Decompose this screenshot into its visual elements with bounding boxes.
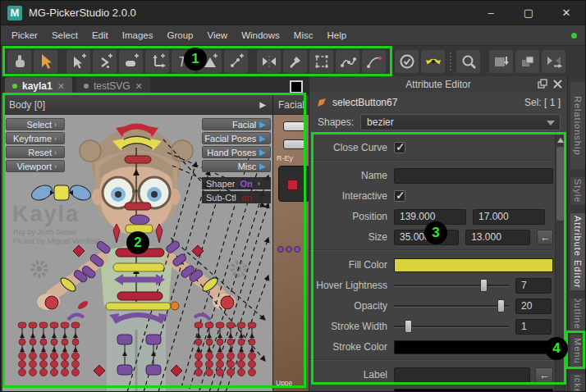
slider-handle[interactable]	[497, 299, 505, 312]
position-y-input[interactable]: 17.000	[473, 209, 545, 225]
shaper-toggle[interactable]: ShaperOn›	[202, 177, 271, 189]
add-move-tool[interactable]	[145, 50, 169, 73]
spine-low-button[interactable]	[117, 292, 163, 300]
scrollbar-up-icon[interactable]	[556, 134, 565, 145]
neck-button[interactable]	[130, 215, 149, 225]
add-chevron-tool[interactable]	[93, 50, 117, 73]
display-toggle-button[interactable]	[290, 80, 303, 93]
add-pill-tool[interactable]	[119, 50, 143, 73]
mirror-copy-tool[interactable]	[542, 50, 565, 73]
menu-select[interactable]: Select	[52, 30, 78, 40]
close-panel-icon[interactable]	[553, 80, 562, 89]
side-tab-picker[interactable]: Picker	[570, 373, 586, 392]
size-width-input[interactable]: 35.000	[394, 230, 459, 245]
facial-picker-button[interactable]	[283, 121, 305, 131]
label-input[interactable]	[394, 367, 530, 383]
subctl-toggle[interactable]: Sub-Ctlon	[202, 191, 271, 203]
attribute-scrollbar[interactable]	[555, 134, 565, 391]
reset-menu-button[interactable]: Reset›	[6, 146, 65, 158]
add-text-tool[interactable]: T	[172, 50, 195, 73]
stroke-color-swatch[interactable]	[394, 340, 553, 354]
swap-arrows-tool[interactable]	[421, 50, 445, 73]
check-circle-tool[interactable]	[395, 50, 419, 73]
select-arrow-tool[interactable]	[34, 50, 57, 73]
menu-misc[interactable]: Misc	[294, 30, 314, 40]
menu-group[interactable]: Group	[167, 30, 193, 40]
tab-close-icon[interactable]: ✕	[57, 81, 65, 92]
tab-close-icon[interactable]: ✕	[135, 81, 143, 92]
revert-label-button[interactable]: ←	[535, 367, 553, 383]
facial-picker-button[interactable]	[283, 139, 305, 149]
tab-testsvg[interactable]: testSVG ✕	[76, 77, 150, 95]
facial-view-button[interactable]: Facial▶	[202, 118, 271, 130]
side-tab-attribute-editor[interactable]: Attribute Editor	[570, 212, 586, 291]
minimize-button[interactable]: –	[472, 1, 510, 25]
label-color-swatch[interactable]	[394, 389, 553, 392]
keyframe-menu-button[interactable]: Keyframe›	[6, 132, 65, 144]
menu-help[interactable]: Help	[327, 30, 346, 40]
fill-color-swatch[interactable]	[394, 258, 553, 272]
menu-images[interactable]: Images	[122, 30, 153, 40]
chest-button[interactable]	[116, 248, 164, 257]
opacity-input[interactable]: 20	[515, 299, 552, 314]
facial-poses-button[interactable]: Facial Poses▶	[202, 132, 271, 144]
menu-edit[interactable]: Edit	[92, 30, 108, 40]
spine-mid-button[interactable]	[113, 263, 164, 271]
picker-panel-header[interactable]: Body [0] ▶	[2, 95, 272, 115]
stroke-width-slider[interactable]	[394, 319, 509, 334]
stroke-width-input[interactable]: 1	[515, 319, 552, 335]
add-select-tool[interactable]	[66, 50, 90, 73]
slider-handle[interactable]	[405, 320, 412, 333]
revert-size-button[interactable]: ←	[537, 230, 553, 245]
tab-kayla1[interactable]: kayla1 ✕	[5, 77, 72, 95]
add-triangle-tool[interactable]	[198, 50, 222, 73]
import-image-tool[interactable]	[489, 50, 513, 73]
viewport-menu-button[interactable]: Viewport›	[6, 160, 65, 172]
opacity-slider[interactable]	[394, 299, 509, 313]
bezier-tool[interactable]	[362, 50, 386, 73]
eye-selector-widget[interactable]	[30, 183, 93, 203]
curve-tool[interactable]	[336, 50, 359, 73]
hover-lightness-slider[interactable]	[394, 278, 509, 293]
chin-button[interactable]	[125, 203, 151, 210]
subctl-state[interactable]: on	[241, 193, 252, 203]
facial-panel-header[interactable]: Facial	[273, 95, 309, 115]
eye-control-box[interactable]	[278, 166, 309, 202]
position-x-input[interactable]: 139.000	[394, 209, 466, 225]
hand-pointer-tool[interactable]	[7, 50, 31, 73]
marquee-select-tool[interactable]	[309, 50, 333, 73]
left-finger-grid[interactable]	[18, 322, 80, 376]
hover-lightness-input[interactable]: 7	[515, 278, 552, 294]
float-panel-icon[interactable]	[538, 79, 547, 89]
panel-expand-icon[interactable]: ▶	[259, 100, 266, 109]
menu-windows[interactable]: Windows	[241, 30, 280, 40]
forehead-button[interactable]	[125, 156, 151, 163]
side-tab-menu[interactable]: Menu	[570, 334, 586, 368]
name-input[interactable]	[394, 168, 553, 184]
menu-picker[interactable]: Picker	[11, 30, 38, 40]
facial-canvas[interactable]: R-Ey Uppe	[273, 115, 309, 392]
select-menu-button[interactable]: Select›	[6, 118, 65, 130]
chest-upper-button[interactable]	[126, 225, 153, 233]
close-curve-checkbox[interactable]	[394, 142, 405, 153]
slider-handle[interactable]	[480, 279, 488, 292]
mirror-horizontal-tool[interactable]	[257, 50, 281, 73]
scrollbar-handle[interactable]	[556, 147, 564, 221]
misc-button[interactable]: Misc▶	[202, 160, 271, 172]
add-dots-tool[interactable]	[224, 50, 248, 73]
side-tab-style[interactable]: Style	[570, 176, 586, 206]
hip-offset-button[interactable]	[171, 302, 179, 310]
picker-canvas[interactable]: Kayla Rig by Josh Sobel Picker by Miguel…	[2, 115, 272, 392]
hips-button[interactable]	[106, 303, 171, 310]
side-tab-outliner[interactable]: Outliner	[570, 298, 586, 330]
menu-view[interactable]: View	[207, 30, 227, 40]
eye-control-button[interactable]	[287, 180, 298, 190]
interactive-checkbox[interactable]	[394, 190, 405, 202]
size-height-input[interactable]: 13.000	[465, 230, 530, 245]
side-tab-relationship[interactable]: Relationship	[570, 81, 586, 170]
duplicate-tool[interactable]	[515, 50, 539, 73]
search-tool[interactable]	[456, 50, 480, 73]
shaper-state[interactable]: On	[240, 179, 252, 189]
eyedropper-tool[interactable]	[283, 50, 307, 73]
shapes-dropdown[interactable]: bezier	[360, 114, 561, 130]
